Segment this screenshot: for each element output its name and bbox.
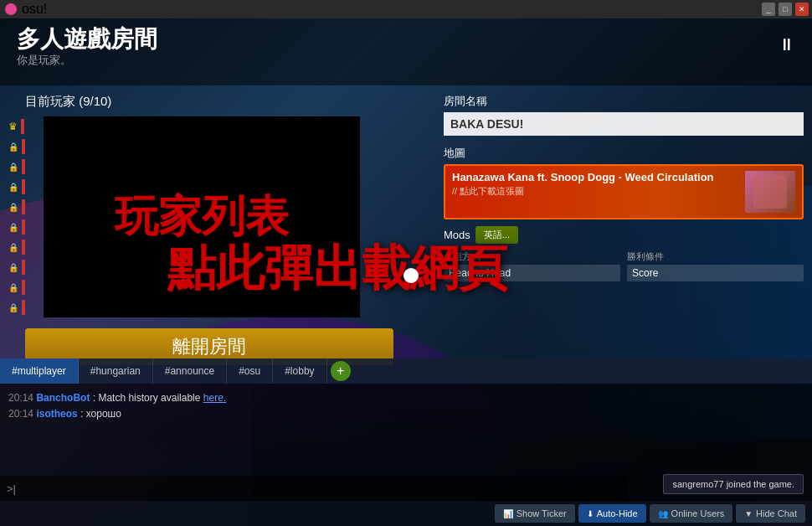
- chat-user: isotheos: [36, 408, 77, 420]
- lock-icon: 🔒: [8, 142, 18, 152]
- osu-icon: [5, 3, 17, 15]
- team-score-row: 分組方式 Head to Head 勝利條件 Score: [444, 250, 804, 281]
- left-panel: 目前玩家 (9/10) ♛ 🔒 🔒 🔒: [8, 94, 360, 317]
- map-card[interactable]: Hanazawa Kana ft. Snoop Dogg - Weed Circ…: [444, 164, 804, 219]
- lock-icon: 🔒: [8, 162, 18, 172]
- mods-button[interactable]: 英語...: [475, 226, 518, 244]
- maximize-button[interactable]: □: [779, 3, 792, 16]
- hide-icon: ▼: [744, 509, 753, 518]
- slot-row-2: 🔒: [8, 157, 25, 177]
- slot-bar: [22, 159, 25, 174]
- map-info: Hanazawa Kana ft. Snoop Dogg - Weed Circ…: [452, 171, 745, 213]
- game-area: 多人遊戲房間 你是玩家。 ⏸ 目前玩家 (9/10) ♛ 🔒 🔒: [0, 18, 812, 526]
- notification-text: sangremo77 joined the game.: [672, 479, 794, 489]
- tab-hungarian[interactable]: #hungarian: [79, 358, 153, 384]
- slot-bar: [22, 179, 25, 194]
- player-list-text: 玩家列表: [115, 188, 289, 246]
- slot-bar: [21, 119, 24, 134]
- slot-bar: [22, 240, 25, 255]
- slot-row-6: 🔒: [8, 237, 25, 257]
- auto-hide-button[interactable]: ⬇ Auto-Hide: [578, 504, 646, 523]
- slot-bar: [22, 260, 25, 275]
- chat-text: хорошо: [86, 408, 121, 420]
- slot-row-7: 🔒: [8, 257, 25, 277]
- close-button[interactable]: ✕: [795, 3, 809, 16]
- player-list-area: 玩家列表: [44, 116, 360, 317]
- chat-message-0: 20:14 BanchoBot : Match history availabl…: [8, 390, 804, 406]
- chat-input-row: >|: [0, 476, 628, 501]
- slot-bar: [22, 219, 25, 235]
- slot-row-8: 🔒: [8, 277, 25, 297]
- room-title: 多人遊戲房間: [17, 27, 795, 53]
- chat-message-1: 20:14 isotheos : хорошо: [8, 406, 804, 422]
- room-header: 多人遊戲房間 你是玩家。 ⏸: [0, 18, 812, 85]
- room-name-field: BAKA DESU!: [444, 112, 804, 136]
- slot-row-1: 🔒: [8, 137, 25, 157]
- map-title: Hanazawa Kana ft. Snoop Dogg - Weed Circ…: [452, 171, 745, 185]
- map-subtitle: // 點此下載這張圖: [452, 185, 745, 198]
- users-icon: 👥: [658, 509, 668, 518]
- lock-icon: 🔒: [8, 263, 18, 272]
- chat-time: 20:14: [8, 392, 33, 404]
- lock-icon: 🔒: [8, 183, 18, 192]
- slot-row-5: 🔒: [8, 217, 25, 237]
- ticker-icon: 📊: [503, 509, 513, 518]
- lock-icon: 🔒: [8, 303, 18, 312]
- right-panel: 房間名稱 BAKA DESU! 地圖 Hanazawa Kana ft. Sno…: [444, 94, 804, 281]
- slot-row-3: 🔒: [8, 177, 25, 197]
- crown-icon: ♛: [8, 121, 18, 132]
- show-ticker-label: Show Ticker: [516, 508, 567, 518]
- lock-icon: 🔒: [8, 243, 18, 252]
- tab-osu[interactable]: #osu: [227, 358, 273, 384]
- slot-row-4: 🔒: [8, 197, 25, 217]
- slot-bar: [22, 139, 25, 154]
- chat-tabs: #multiplayer #hungarian #announce #osu #…: [0, 358, 812, 384]
- map-thumbnail: [745, 171, 795, 213]
- tab-announce[interactable]: #announce: [153, 358, 227, 384]
- slot-bar: [22, 199, 25, 214]
- minimize-button[interactable]: _: [762, 3, 775, 16]
- notification-bar: sangremo77 joined the game.: [663, 474, 804, 494]
- online-users-button[interactable]: 👥 Online Users: [650, 504, 733, 523]
- app-title: osu!: [22, 2, 47, 17]
- win-cond-label: 勝利條件: [627, 250, 804, 263]
- pause-button[interactable]: ⏸: [779, 35, 795, 54]
- chat-link[interactable]: here.: [203, 392, 226, 404]
- room-subtitle: 你是玩家。: [17, 53, 795, 68]
- online-users-label: Online Users: [671, 508, 725, 518]
- show-ticker-button[interactable]: 📊 Show Ticker: [495, 504, 575, 523]
- add-tab-button[interactable]: +: [331, 361, 351, 381]
- mods-label: Mods: [444, 229, 470, 241]
- chat-time: 20:14: [8, 408, 33, 420]
- team-mode-label: 分組方式: [444, 250, 620, 263]
- hide-chat-button[interactable]: ▼ Hide Chat: [736, 504, 805, 523]
- bottom-toolbar: 📊 Show Ticker ⬇ Auto-Hide 👥 Online Users…: [0, 501, 812, 526]
- team-mode-block: 分組方式 Head to Head: [444, 250, 620, 281]
- auto-hide-label: Auto-Hide: [597, 508, 638, 518]
- slot-bar: [22, 280, 25, 295]
- window-controls: _ □ ✕: [762, 3, 809, 16]
- win-cond-block: 勝利條件 Score: [627, 250, 804, 281]
- lock-icon: 🔒: [8, 223, 18, 232]
- slot-row-9: 🔒: [8, 297, 25, 317]
- mods-row: Mods 英語...: [444, 226, 804, 244]
- player-slots: ♛ 🔒 🔒 🔒 🔒: [8, 116, 25, 317]
- white-circle-indicator: [403, 268, 419, 283]
- map-section: 地圖 Hanazawa Kana ft. Snoop Dogg - Weed C…: [444, 146, 804, 219]
- slot-bar: [22, 300, 25, 315]
- title-bar: osu! _ □ ✕: [0, 0, 812, 18]
- tab-multiplayer[interactable]: #multiplayer: [0, 358, 79, 384]
- team-mode-value: Head to Head: [444, 265, 620, 281]
- room-name-label: 房間名稱: [444, 94, 804, 109]
- map-label: 地圖: [444, 146, 804, 161]
- tab-lobby[interactable]: #lobby: [273, 358, 326, 384]
- hide-chat-label: Hide Chat: [756, 508, 797, 518]
- chat-sep: :: [80, 408, 86, 420]
- auto-hide-icon: ⬇: [587, 509, 594, 518]
- chat-prompt: >|: [7, 482, 16, 495]
- player-count-label: 目前玩家 (9/10): [25, 94, 360, 110]
- slot-row-0: ♛: [8, 116, 25, 137]
- lock-icon: 🔒: [8, 283, 18, 292]
- win-cond-value: Score: [627, 265, 804, 281]
- lock-icon: 🔒: [8, 203, 18, 212]
